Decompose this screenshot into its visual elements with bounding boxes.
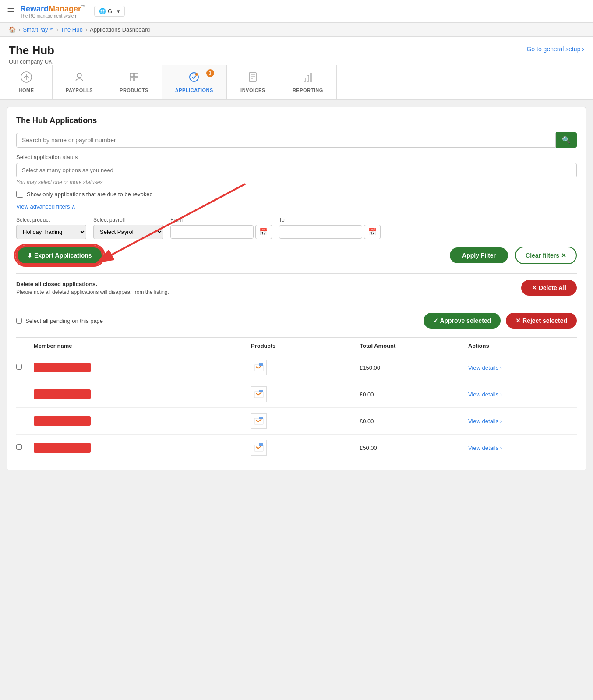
table-header: Member name Products Total Amount Action… [16, 337, 577, 354]
table-row: £150.00 View details › [16, 354, 577, 381]
status-hint: You may select one or more statuses [16, 179, 577, 185]
to-calendar-button[interactable]: 📅 [364, 225, 381, 239]
row-1-action[interactable]: View details › [468, 364, 577, 371]
tab-home[interactable]: HOME [0, 65, 53, 99]
delete-desc: Please note all deleted applications wil… [16, 289, 169, 295]
search-button[interactable]: 🔍 [556, 132, 577, 148]
member-name-1 [34, 363, 91, 372]
svg-rect-3 [130, 73, 134, 77]
svg-rect-17 [259, 363, 263, 366]
member-name-3 [34, 416, 91, 426]
svg-rect-6 [134, 78, 138, 81]
select-all-checkbox[interactable] [16, 318, 22, 324]
advanced-filters-link[interactable]: View advanced filters ∧ [16, 203, 76, 210]
from-calendar-button[interactable]: 📅 [255, 225, 272, 239]
col-products: Products [251, 343, 360, 349]
tab-products[interactable]: PRODUCTS [106, 65, 162, 99]
tab-invoices[interactable]: INVOICES [227, 65, 279, 99]
col-amount: Total Amount [360, 343, 468, 349]
breadcrumb-home[interactable]: 🏠 [9, 26, 16, 33]
svg-rect-5 [130, 78, 134, 81]
svg-rect-13 [304, 78, 306, 81]
table-row: £0.00 View details › [16, 381, 577, 408]
brand: RewardManager™ The RG management system [20, 4, 85, 18]
svg-rect-21 [259, 417, 263, 419]
hamburger-menu[interactable]: ☰ [7, 6, 15, 17]
product-icon-3 [251, 413, 267, 429]
revoked-label: Show only applications that are due to b… [27, 191, 153, 198]
home-icon [20, 71, 32, 86]
tab-reporting[interactable]: REPORTING [279, 65, 337, 99]
revoked-checkbox-row: Show only applications that are due to b… [16, 191, 577, 198]
locale-selector[interactable]: 🌐 GL ▾ [94, 6, 125, 17]
svg-rect-23 [259, 443, 263, 446]
products-icon [128, 71, 140, 86]
to-date-input[interactable] [279, 225, 362, 239]
page-header: The Hub Our company UK Go to general set… [0, 37, 593, 65]
product-select[interactable]: Holiday Trading [16, 225, 86, 239]
select-all-row: Select all pending on this page ✓ Approv… [16, 308, 577, 333]
applications-section-title: The Hub Applications [16, 116, 577, 125]
select-all-label: Select all pending on this page [25, 318, 103, 324]
breadcrumb-thehub[interactable]: The Hub [61, 26, 83, 33]
delete-all-button[interactable]: ✕ Delete All [521, 280, 577, 296]
svg-rect-15 [310, 74, 312, 81]
from-date-input[interactable] [170, 225, 254, 239]
status-select-input[interactable] [16, 163, 577, 177]
svg-point-8 [195, 73, 198, 76]
tab-invoices-label: INVOICES [240, 88, 265, 93]
payroll-filter-group: Select payroll Select Payroll [93, 217, 163, 239]
breadcrumb-sep-2: › [56, 26, 58, 33]
invoices-icon [247, 71, 259, 86]
action-row: ⬇ Export Applications Apply Filter Clear… [16, 246, 577, 265]
tab-home-label: HOME [19, 88, 34, 93]
row-3-action[interactable]: View details › [468, 418, 577, 424]
row-1-amount: £150.00 [360, 364, 468, 371]
product-icon-1 [251, 360, 267, 375]
delete-section: Delete all closed applications. Please n… [16, 273, 577, 302]
filter-grid: Select product Holiday Trading Select pa… [16, 217, 577, 239]
search-input[interactable] [16, 133, 556, 148]
payroll-select[interactable]: Select Payroll [93, 225, 163, 239]
clear-filters-button[interactable]: Clear filters ✕ [515, 247, 577, 264]
col-actions: Actions [468, 343, 577, 349]
row-4-checkbox[interactable] [16, 444, 22, 450]
main-content: The Hub Applications 🔍 Select applicatio… [7, 107, 586, 470]
reject-selected-button[interactable]: ✕ Reject selected [506, 313, 577, 329]
breadcrumb-smartpay[interactable]: SmartPay™ [23, 26, 53, 33]
table-row: £0.00 View details › [16, 408, 577, 435]
brand-sub: The RG management system [20, 14, 85, 18]
breadcrumb-sep-3: › [85, 26, 87, 33]
brand-name: RewardManager™ [20, 4, 85, 14]
status-label: Select application status [16, 154, 577, 160]
row-3-amount: £0.00 [360, 418, 468, 424]
row-1-checkbox[interactable] [16, 364, 22, 370]
revoked-checkbox[interactable] [16, 191, 23, 198]
delete-title: Delete all closed applications. [16, 281, 169, 287]
col-member-name: Member name [34, 343, 251, 349]
tab-applications[interactable]: 3 APPLICATIONS [162, 65, 227, 99]
page-title: The Hub [9, 44, 54, 57]
row-2-action[interactable]: View details › [468, 391, 577, 398]
product-icon-4 [251, 440, 267, 456]
row-4-action[interactable]: View details › [468, 445, 577, 451]
tab-payrolls[interactable]: PAYROLLS [53, 65, 106, 99]
approve-selected-button[interactable]: ✓ Approve selected [424, 313, 501, 329]
general-setup-link[interactable]: Go to general setup › [526, 46, 584, 53]
from-label: From [170, 217, 272, 223]
svg-rect-19 [259, 390, 263, 392]
product-icon-2 [251, 386, 267, 402]
svg-point-2 [77, 73, 81, 78]
payrolls-icon [73, 71, 85, 86]
export-applications-button[interactable]: ⬇ Export Applications [16, 246, 103, 265]
reporting-icon [302, 71, 314, 86]
tab-reporting-label: REPORTING [293, 88, 323, 93]
from-filter-group: From 📅 [170, 217, 272, 239]
svg-rect-14 [307, 75, 309, 81]
apply-filter-button[interactable]: Apply Filter [450, 247, 508, 263]
member-name-4 [34, 443, 91, 453]
tab-applications-label: APPLICATIONS [175, 88, 213, 93]
table-row: £50.00 View details › [16, 435, 577, 461]
row-4-amount: £50.00 [360, 445, 468, 451]
breadcrumb-applications-dashboard: Applications Dashboard [90, 26, 150, 33]
